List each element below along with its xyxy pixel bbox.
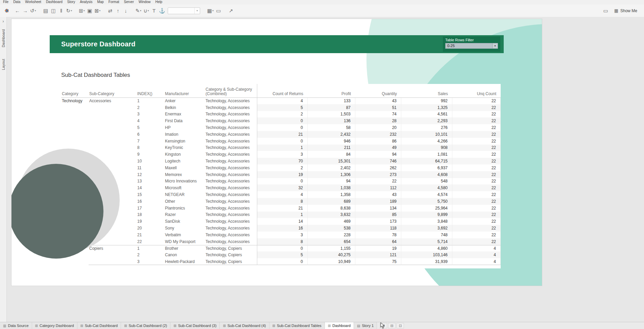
sub-category-cell [89, 111, 137, 118]
profit-cell: 8,638 [308, 205, 355, 212]
menu-item-server[interactable]: Server [122, 0, 136, 4]
expand-pane-button[interactable]: › [0, 18, 6, 24]
menu-item-map[interactable]: Map [95, 0, 106, 4]
filter-dropdown-button[interactable]: ▼ [492, 43, 498, 48]
unq-count-cell: 22 [452, 178, 501, 185]
save-button[interactable]: ▤ [42, 6, 50, 15]
show-mark-labels-button[interactable]: T [150, 6, 158, 15]
redo-button[interactable]: → [21, 6, 29, 15]
sheet-tab-label: Story 1 [362, 324, 374, 328]
duplicate-sheet-button[interactable]: ▣ [86, 6, 94, 15]
sheet-tab-story-1[interactable]: ▤Story 1 [354, 322, 377, 329]
group-members-button[interactable]: ∪▾ [142, 6, 150, 15]
pause-auto-updates-button[interactable]: ‖ [57, 6, 65, 15]
new-dashboard-button[interactable]: ⊟ [388, 323, 396, 328]
undo-button[interactable]: ← [14, 6, 21, 15]
quantity-cell: 49 [355, 145, 401, 151]
quantity-cell: 19 [355, 245, 401, 252]
filter-value: 0-25 [446, 43, 492, 48]
menu-item-format[interactable]: Format [106, 0, 122, 4]
combined-cell: Technology, Accessories [205, 205, 257, 212]
swap-rows-columns-button[interactable]: ⇄ [106, 6, 114, 15]
new-worksheet-button[interactable]: ⊞▾ [78, 6, 86, 15]
column-header-manufacturer: Manufacturer [164, 92, 205, 97]
manufacturer-cell: Other [164, 198, 205, 205]
menu-item-help[interactable]: Help [153, 0, 165, 4]
dashboard-icon: ⊞ [328, 324, 331, 328]
combined-cell: Technology, Accessories [205, 178, 257, 185]
unq-count-cell: 22 [452, 191, 501, 198]
table-row: 20SonyTechnology, Accessories165381183,6… [61, 225, 501, 232]
menu-item-analysis[interactable]: Analysis [77, 0, 95, 4]
run-auto-updates-button[interactable]: ↻▾ [65, 6, 73, 15]
sheet-tab-sub-cat-dashboard[interactable]: ⊞Sub-Cat Dashboard [77, 322, 121, 329]
sheet-tab-category-dashboard[interactable]: ⊞Category Dashboard [32, 322, 77, 329]
share-workbook-button[interactable]: ↗ [227, 6, 235, 15]
new-worksheet-icon: ⊞ [79, 8, 83, 13]
sheet-tab-sub-cat-dashboard-tables[interactable]: ⊞Sub-Cat Dashboard Tables [269, 322, 325, 329]
table-body: TechnologyAccessories1AnkerTechnology, A… [61, 97, 501, 265]
category-cell [61, 138, 89, 145]
sheet-tab-dashboard[interactable]: ⊞Dashboard [325, 322, 354, 329]
fit-combobox[interactable]: ▾ [168, 7, 200, 14]
menu-item-window[interactable]: Window [136, 0, 153, 4]
quantity-cell: 85 [355, 212, 401, 218]
column-header-profit: Profit [308, 92, 355, 97]
index-cell: 1 [137, 245, 164, 252]
table-row: 22WD My PassportTechnology, Accessories8… [61, 238, 501, 245]
sheet-tab-label: Sub-Cat Dashboard (4) [228, 324, 266, 328]
sheet-tab-sub-cat-dashboard-2-[interactable]: ⊞Sub-Cat Dashboard (2) [121, 322, 170, 329]
side-tab-layout[interactable]: Layout [1, 59, 5, 70]
new-story-button[interactable]: ⊡ [397, 323, 404, 328]
fix-axes-icon: ⚓ [159, 8, 165, 13]
presentation-mode-icon: ▭ [216, 8, 221, 13]
menu-item-dashboard[interactable]: Dashboard [44, 0, 65, 4]
manufacturer-cell: Belkin [164, 104, 205, 111]
table-rows-filter: Table Rows Filter 0-25 ▼ [443, 37, 500, 52]
returns-cell: 0 [257, 245, 308, 252]
clear-sheet-button[interactable]: ⊠▾ [94, 6, 102, 15]
show-me-button[interactable]: ▦ Show Me [614, 8, 637, 13]
menu-item-file[interactable]: File [1, 0, 11, 4]
filter-label: Table Rows Filter [445, 38, 498, 42]
quantity-cell: 20 [355, 124, 401, 131]
column-header-sub-category: Sub-Category [89, 92, 137, 97]
side-tab-dashboard[interactable]: Dashboard [1, 29, 5, 47]
sheet-tab-data-source[interactable]: ▥Data Source [0, 322, 32, 329]
sheet-tab-sub-cat-dashboard-4-[interactable]: ⊞Sub-Cat Dashboard (4) [220, 322, 269, 329]
presentation-mode-button[interactable]: ▭ [215, 6, 222, 15]
returns-cell: 4 [257, 191, 308, 198]
story-icon: ▤ [357, 324, 360, 328]
manufacturer-cell: Kensington [164, 138, 205, 145]
tableau-logo-button[interactable]: ✚ ✚ [3, 7, 11, 15]
table-row: 2BelkinTechnology, Accessories587511,325… [61, 104, 501, 111]
sort-descending-button[interactable]: ↓ [122, 6, 129, 15]
dashboard-icon: ⊞ [124, 324, 127, 328]
new-data-source-button[interactable]: ◫ [50, 6, 57, 15]
combined-cell: Technology, Accessories [205, 97, 257, 104]
profit-cell: 946 [308, 138, 355, 145]
returns-cell: 0 [257, 117, 308, 124]
toolbar-buttons: ←→↺▾▤◫‖↻▾⊞▾▣⊠▾⇄↑↓✎▾∪▾T⚓▾▦▾▭↗ [14, 6, 235, 15]
manufacturer-cell: Micro Innovations [164, 178, 205, 185]
menu-item-worksheet[interactable]: Worksheet [23, 0, 44, 4]
sub-category-cell [89, 251, 137, 258]
sort-ascending-button[interactable]: ↑ [114, 6, 122, 15]
menu-item-story[interactable]: Story [65, 0, 77, 4]
filter-dropdown[interactable]: 0-25 ▼ [445, 43, 498, 49]
highlight-button[interactable]: ✎▾ [134, 6, 142, 15]
returns-cell: 3 [257, 232, 308, 238]
combined-cell: Technology, Accessories [205, 184, 257, 191]
fix-axes-button[interactable]: ⚓ [158, 6, 166, 15]
dashboard-icon: ⊞ [35, 324, 38, 328]
index-cell: 17 [137, 205, 164, 212]
column-header-index-: INDEX() [137, 92, 164, 97]
sheet-tab-sub-cat-dashboard-3-[interactable]: ⊞Sub-Cat Dashboard (3) [170, 322, 220, 329]
show-hide-cards-button[interactable]: ▦▾ [206, 6, 215, 15]
menu-item-data[interactable]: Data [11, 0, 23, 4]
side-pane-tabs: DashboardLayout [0, 29, 6, 70]
sales-cell: 4,561 [401, 111, 452, 118]
quantity-cell: 64 [355, 238, 401, 245]
presentation-display-button[interactable]: ▭ [603, 8, 608, 14]
replay-button[interactable]: ↺▾ [29, 6, 37, 15]
